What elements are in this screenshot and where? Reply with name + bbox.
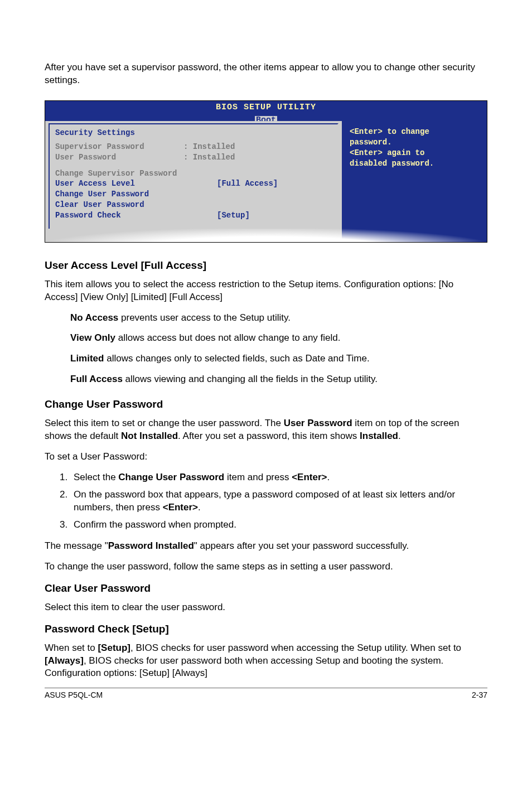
footer-page-number: 2-37 — [472, 690, 487, 700]
text: item and press — [224, 472, 292, 482]
text-bold: [Setup] — [98, 642, 130, 653]
full-access-label: Full Access — [70, 374, 123, 384]
help-line: <Enter> again to — [350, 148, 479, 158]
text: The message " — [45, 540, 108, 551]
bios-screenshot: BIOS SETUP UTILITY Boot Security Setting… — [45, 100, 487, 243]
supervisor-password-row: Supervisor Password : Installed — [55, 142, 332, 152]
colon: : — [183, 153, 188, 162]
text: " appears after you set your password su… — [194, 540, 409, 551]
text: , BIOS checks for user password when acc… — [130, 642, 461, 653]
set-user-password-steps: Select the Change User Password item and… — [45, 471, 487, 532]
bios-help-pane: <Enter> to change password. <Enter> agai… — [342, 121, 487, 242]
bios-title: BIOS SETUP UTILITY — [45, 102, 487, 113]
step-2: On the password box that appears, type a… — [70, 489, 487, 514]
intro-paragraph: After you have set a supervisor password… — [45, 61, 487, 87]
text-bold: Password Installed — [108, 540, 194, 551]
text: . — [327, 472, 330, 482]
text: On the password box that appears, type a… — [74, 489, 455, 513]
ual-options: No Access prevents user access to the Se… — [45, 312, 487, 386]
text: When set to — [45, 642, 98, 653]
user-access-level-label: User Access Level — [55, 178, 217, 189]
user-password-label: User Password — [55, 153, 116, 162]
pwc-text: When set to [Setup], BIOS checks for use… — [45, 642, 487, 680]
view-only-line: View Only allows access but does not all… — [70, 332, 487, 345]
user-password-value: Installed — [193, 153, 235, 162]
text: Select this item to set or change the us… — [45, 418, 284, 428]
ual-description: This item allows you to select the acces… — [45, 278, 487, 304]
clear-user-password-item: Clear User Password — [55, 200, 332, 210]
text-bold: <Enter> — [292, 472, 327, 482]
text-bold: Not Installed — [121, 431, 178, 441]
bios-body: Security Settings Supervisor Password : … — [45, 121, 487, 242]
password-check-item: Password Check [Setup] — [55, 210, 332, 221]
user-password-row: User Password : Installed — [55, 152, 332, 163]
clrup-text: Select this item to clear the user passw… — [45, 601, 487, 614]
page-footer: ASUS P5QL-CM 2-37 — [45, 688, 487, 700]
no-access-label: No Access — [70, 312, 118, 323]
supervisor-password-label: Supervisor Password — [55, 142, 144, 151]
password-check-value: [Setup] — [217, 210, 250, 221]
step-1: Select the Change User Password item and… — [70, 471, 487, 484]
colon: : — [183, 142, 188, 151]
text-bold: <Enter> — [163, 502, 198, 513]
text-bold: [Always] — [45, 655, 84, 666]
help-line: password. — [350, 137, 479, 148]
limited-text: allows changes only to selected fields, … — [104, 353, 369, 364]
text: . After you set a password, this item sh… — [178, 431, 360, 441]
user-access-level-value: [Full Access] — [217, 178, 278, 189]
text: , BIOS checks for user password both whe… — [45, 655, 443, 679]
help-line: <Enter> to change — [350, 127, 479, 137]
cup-p3: The message "Password Installed" appears… — [45, 540, 487, 553]
text: . — [198, 502, 201, 513]
cup-p1: Select this item to set or change the us… — [45, 417, 487, 443]
view-only-label: View Only — [70, 332, 115, 343]
user-access-level-item: User Access Level [Full Access] — [55, 178, 332, 189]
help-line: disabled password. — [350, 158, 479, 169]
user-access-level-heading: User Access Level [Full Access] — [45, 258, 487, 273]
bios-header: BIOS SETUP UTILITY Boot — [45, 101, 487, 121]
change-user-password-heading: Change User Password — [45, 397, 487, 412]
bios-left-pane: Security Settings Supervisor Password : … — [45, 121, 342, 242]
password-check-label: Password Check — [55, 210, 217, 221]
cup-p4: To change the user password, follow the … — [45, 561, 487, 573]
full-access-line: Full Access allows viewing and changing … — [70, 373, 487, 386]
full-access-text: allows viewing and changing all the fiel… — [123, 374, 378, 384]
cup-p2: To set a User Password: — [45, 451, 487, 463]
text: . — [398, 431, 401, 441]
clear-user-password-heading: Clear User Password — [45, 581, 487, 596]
step-3: Confirm the password when prompted. — [70, 519, 487, 532]
text: Select the — [74, 472, 118, 482]
security-settings-heading: Security Settings — [55, 128, 332, 138]
text-bold: Change User Password — [118, 472, 224, 482]
limited-label: Limited — [70, 353, 104, 364]
supervisor-password-value: Installed — [193, 142, 235, 151]
no-access-text: prevents user access to the Setup utilit… — [118, 312, 291, 323]
change-supervisor-password-item: Change Supervisor Password — [55, 168, 332, 179]
text-bold: Installed — [360, 431, 398, 441]
view-only-text: allows access but does not allow change … — [115, 332, 341, 343]
footer-product: ASUS P5QL-CM — [45, 690, 103, 700]
change-user-password-item: Change User Password — [55, 189, 332, 200]
text-bold: User Password — [284, 418, 352, 428]
password-check-heading: Password Check [Setup] — [45, 622, 487, 636]
no-access-line: No Access prevents user access to the Se… — [70, 312, 487, 325]
limited-line: Limited allows changes only to selected … — [70, 352, 487, 365]
